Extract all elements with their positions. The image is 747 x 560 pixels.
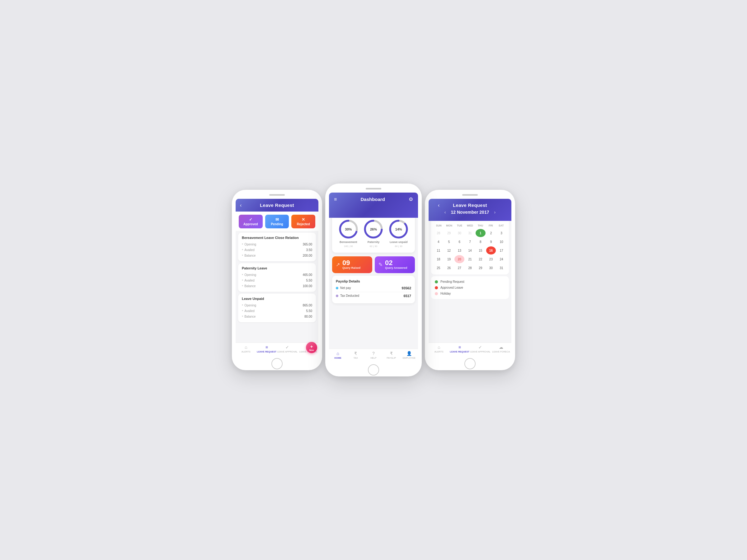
cal-cell-12[interactable]: 12 — [444, 246, 454, 255]
cal-cell-7[interactable]: 7 — [465, 238, 475, 246]
cal-cell-28[interactable]: 28 — [434, 229, 443, 237]
circle-label-2: 26% — [370, 228, 377, 231]
check-nav-icon: ✓ — [285, 345, 289, 350]
legend-holiday: Holiday — [435, 291, 505, 296]
cal-cell-20[interactable]: 20 — [455, 255, 464, 263]
cal-cell-28[interactable]: 28 — [465, 264, 475, 272]
cal-cell-9[interactable]: 9 — [486, 238, 496, 246]
cal-cell-29[interactable]: 29 — [475, 264, 486, 272]
query-raised-content: 09 Query Raised — [342, 260, 360, 270]
prev-month-btn[interactable]: ‹ — [444, 210, 446, 215]
right-back-btn[interactable]: ‹ — [438, 203, 439, 208]
cal-cell-1[interactable]: 1 — [475, 229, 486, 237]
calendar-body: SUN MON TUE WED THU FRI SAT 282930311234… — [429, 221, 511, 343]
next-month-btn[interactable]: › — [494, 210, 495, 215]
circle-name-1: Bereavement — [340, 240, 357, 244]
home-button-center[interactable] — [368, 364, 379, 375]
opening-label-2: Opening — [242, 272, 256, 277]
cal-cell-26[interactable]: 26 — [444, 264, 454, 272]
cal-cell-21[interactable]: 21 — [465, 255, 475, 263]
left-back-btn[interactable]: ‹ — [240, 203, 241, 208]
nav-tax-center[interactable]: ₹ TAX — [347, 351, 364, 359]
query-raised-card[interactable]: ↗ 09 Query Raised — [332, 256, 372, 273]
cal-cell-16[interactable]: 16 — [486, 246, 496, 255]
circle-paternity: 26% Paternity 82 | 30 — [363, 219, 383, 248]
filter-approved[interactable]: ✓ Approved — [239, 215, 263, 229]
nav-help-center[interactable]: ? HELP — [364, 351, 382, 359]
payslip-netpay-label: Net pay — [340, 286, 351, 290]
cal-cell-31[interactable]: 31 — [496, 264, 507, 272]
nav-leave-approval-left[interactable]: ✓ LEAVE APPROVAL — [277, 345, 298, 353]
center-phone-screen: ≡ Dashboard ⚙ Leave Card Availed — [329, 193, 418, 361]
cal-cell-22[interactable]: 22 — [475, 255, 486, 263]
nav-alerts-right[interactable]: ⌂ ALERTS — [429, 345, 449, 353]
cal-cell-8[interactable]: 8 — [475, 238, 486, 246]
table-row: Opening 465.00 — [242, 272, 312, 277]
cal-cell-4[interactable]: 4 — [434, 238, 443, 246]
nav-employee-label: EMPLOYEE — [403, 356, 415, 359]
cal-cell-6[interactable]: 6 — [455, 238, 464, 246]
nav-leave-request-right[interactable]: ≡ LEAVE REQUEST — [449, 345, 470, 353]
cal-cell-13[interactable]: 13 — [455, 246, 464, 255]
opening-value-2: 465.00 — [303, 273, 312, 276]
cal-cell-30[interactable]: 30 — [455, 229, 464, 237]
cal-cell-27[interactable]: 27 — [455, 264, 464, 272]
payslip-netpay-label-row: Net pay — [336, 286, 351, 290]
cal-cell-3[interactable]: 3 — [496, 229, 507, 237]
filter-approved-label: Approved — [243, 222, 258, 226]
payslip-row-tax: Tax Deducted 6517 — [336, 292, 411, 300]
filter-pending[interactable]: ✉ Pending — [265, 215, 289, 229]
cal-cell-11[interactable]: 11 — [434, 246, 443, 255]
leave-card-title-1: Bereavement Leave Close Relation — [242, 236, 312, 240]
circle-chart-2: 26% — [363, 219, 383, 239]
nav-leave-approval-right[interactable]: ✓ LEAVE APPROVAL — [470, 345, 491, 353]
filter-rejected[interactable]: ✕ Rejected — [291, 215, 315, 229]
tax-icon: ₹ — [354, 351, 357, 356]
payslip-row-netpay: Net pay 93562 — [336, 284, 411, 292]
calendar-nav: ‹ 12 November 2017 › — [434, 210, 507, 215]
settings-icon[interactable]: ⚙ — [409, 196, 413, 202]
nav-leave-request-left[interactable]: ≡ LEAVE REQUEST — [256, 345, 277, 353]
cal-cell-29[interactable]: 29 — [444, 229, 454, 237]
cal-cell-19[interactable]: 19 — [444, 255, 454, 263]
cal-cell-2[interactable]: 2 — [486, 229, 496, 237]
cal-cell-25[interactable]: 25 — [434, 264, 443, 272]
dashboard-body: Leave Card Availed Balance — [329, 207, 418, 349]
check-icon: ✓ — [249, 217, 252, 222]
cal-cell-17[interactable]: 17 — [496, 246, 507, 255]
cal-cell-5[interactable]: 5 — [444, 238, 454, 246]
circle-chart-3: 14% — [388, 219, 409, 239]
day-tue: TUE — [455, 223, 465, 228]
cal-cell-10[interactable]: 10 — [496, 238, 507, 246]
menu-icon[interactable]: ≡ — [334, 196, 337, 202]
filter-pending-label: Pending — [271, 222, 283, 226]
query-answered-label: Query Answered — [385, 266, 407, 270]
nav-payslip-center[interactable]: ₹ PAYSLIP — [383, 351, 400, 359]
cal-cell-18[interactable]: 18 — [434, 255, 443, 263]
cal-cell-31[interactable]: 31 — [465, 229, 475, 237]
cal-cell-24[interactable]: 24 — [496, 255, 507, 263]
home-button-left[interactable] — [272, 358, 283, 369]
legend-approved-dot — [435, 286, 438, 289]
nav-employee-center[interactable]: 👤 EMPLOYEE — [400, 351, 418, 359]
cal-cell-23[interactable]: 23 — [486, 255, 496, 263]
nav-alerts-left[interactable]: ⌂ ALERTS — [236, 345, 256, 353]
filter-tabs: ✓ Approved ✉ Pending ✕ Rejected — [236, 212, 318, 231]
nav-home-center[interactable]: ⌂ HOME — [329, 351, 347, 359]
cal-cell-14[interactable]: 14 — [465, 246, 475, 255]
cal-cell-30[interactable]: 30 — [486, 264, 496, 272]
nav-leave-forecast-right[interactable]: ☁ LEAVE FORECA — [491, 345, 512, 353]
nav-approval-right-label: LEAVE APPROVAL — [470, 350, 491, 353]
payslip-card: Payslip Details Net pay 93562 Tax Deduct… — [332, 276, 415, 303]
opening-label-1: Opening — [242, 242, 256, 246]
leave-card-paternity: Paternity Leave Opening 465.00 Availed 5… — [238, 263, 316, 292]
nav-home-label: HOME — [334, 356, 341, 359]
new-fab-button[interactable]: + New — [306, 342, 317, 353]
query-raised-label: Query Raised — [342, 266, 360, 270]
home-button-right[interactable] — [464, 358, 475, 369]
cal-cell-15[interactable]: 15 — [475, 246, 486, 255]
query-answered-card[interactable]: ✎ 02 Query Answered — [375, 256, 415, 273]
availed-label-3: Availed — [242, 309, 255, 313]
left-phone-screen: ‹ Leave Request ✓ Approved ✉ Pending ✕ R… — [236, 199, 318, 354]
day-wed: WED — [465, 223, 475, 228]
